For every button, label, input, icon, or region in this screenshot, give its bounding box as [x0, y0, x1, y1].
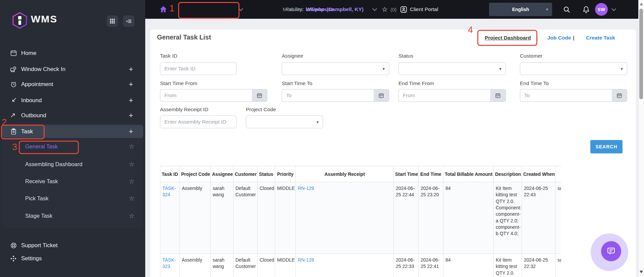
sidebar-item-outbound[interactable]: Outbound +: [0, 108, 145, 123]
start-time-to-field[interactable]: [282, 89, 389, 102]
avatar[interactable]: SW: [595, 3, 608, 16]
cell-status: Closed: [258, 254, 275, 277]
sidebar-item-pick-task[interactable]: Pick Task ☆: [0, 192, 145, 205]
customer-select[interactable]: ▾: [520, 62, 627, 75]
col-header-assembly-receipt[interactable]: Assembly Receipt: [296, 166, 394, 182]
expand-plus[interactable]: +: [129, 127, 133, 136]
sidebar-item-support-ticket[interactable]: Support Ticket: [0, 239, 145, 252]
table-row: TASK- 324 Assembly sarah wang Default Cu…: [160, 182, 561, 254]
facility-selector[interactable]: Facility: lollipop (Campbell, KY): [286, 0, 364, 19]
favorite-star-icon[interactable]: ☆: [129, 195, 135, 202]
cell-total-billable-amount: 84: [443, 182, 494, 254]
col-header-total-billable-amount[interactable]: Total Billable Amount: [443, 166, 494, 182]
page-title: General Task List: [157, 33, 211, 41]
customer-label: Customer: [520, 53, 542, 59]
cell-customer: Default Customer: [233, 254, 258, 277]
col-header-project-code[interactable]: Project Code: [180, 166, 211, 182]
search-button[interactable]: SEARCH: [590, 140, 623, 153]
annotation-number-3: 3: [12, 142, 17, 152]
scrollbar-down-arrow[interactable]: [640, 271, 643, 273]
end-time-to-field[interactable]: [520, 89, 627, 102]
col-header-assignee[interactable]: Assignee: [211, 166, 233, 182]
col-header-end-time[interactable]: End Time: [419, 166, 443, 182]
sidebar-item-label: Outbound: [21, 112, 46, 119]
assembly-receipt-id-label: Assembly Receipt ID: [160, 107, 208, 113]
expand-plus[interactable]: +: [129, 111, 133, 120]
end-time-from-field[interactable]: [398, 89, 506, 102]
language-selector[interactable]: English ▾: [489, 3, 552, 16]
collapse-menu-icon[interactable]: [123, 15, 135, 27]
sidebar-item-label: Home: [21, 50, 36, 57]
status-select[interactable]: ▾: [398, 62, 506, 75]
sidebar-subitem-label: Stage Task: [25, 213, 52, 219]
task-id-link[interactable]: TASK- 323: [162, 257, 176, 269]
expand-plus[interactable]: +: [129, 65, 133, 74]
modules-chevron-down-icon[interactable]: [239, 0, 243, 19]
apps-grid-icon[interactable]: [107, 15, 118, 27]
sidebar-item-window-check-in[interactable]: Window Check In +: [0, 62, 145, 77]
sidebar-subitem-label: Receive Task: [25, 178, 58, 185]
settings-icon: [10, 255, 17, 262]
col-header-start-time[interactable]: Start Time: [394, 166, 419, 182]
sidebar-subitem-label: Pick Task: [25, 195, 48, 202]
search-icon[interactable]: [563, 0, 571, 19]
sidebar-item-appointment[interactable]: Appointment +: [0, 77, 145, 92]
task-clipboard-icon: [10, 128, 17, 135]
sidebar-item-label: Appointment: [21, 81, 53, 88]
start-time-from-field[interactable]: [160, 89, 267, 102]
facility-chevron-down-icon[interactable]: [373, 0, 376, 19]
facility-label: Facility:: [286, 6, 304, 12]
assembly-receipt-link[interactable]: RN-128: [298, 257, 314, 263]
select-caret-icon: ▾: [621, 66, 623, 71]
col-header-customer[interactable]: Customer: [233, 166, 258, 182]
sidebar-item-inbound[interactable]: Inbound +: [0, 93, 145, 108]
project-code-select[interactable]: ▾: [246, 116, 323, 128]
col-header-status[interactable]: Status: [258, 166, 275, 182]
sidebar-item-home[interactable]: Home: [0, 46, 145, 61]
expand-plus[interactable]: +: [129, 96, 133, 105]
home-icon[interactable]: [159, 0, 168, 19]
task-id-input[interactable]: [160, 62, 236, 75]
cell-start-time: 2024-06- 25 22:33: [394, 254, 419, 277]
page-scrollbar-thumb[interactable]: [639, 9, 643, 99]
notifications-bell-icon[interactable]: [582, 0, 590, 19]
sidebar-item-task[interactable]: Task +: [0, 124, 145, 139]
sidebar-item-stage-task[interactable]: Stage Task ☆: [0, 209, 145, 222]
link-separator: |: [573, 35, 574, 41]
scrollbar-up-arrow[interactable]: [640, 3, 643, 5]
col-header-created-by[interactable]: Created By: [555, 166, 561, 182]
cell-assignee: sarah wang: [211, 254, 233, 277]
create-task-link[interactable]: Create Task: [586, 35, 615, 41]
favorites-star-icon[interactable]: ☆: [382, 0, 388, 19]
link-separator: |: [536, 35, 538, 41]
assembly-receipt-id-input[interactable]: [160, 116, 236, 128]
col-header-created-when[interactable]: Created When: [522, 166, 555, 182]
favorite-star-icon[interactable]: ☆: [129, 178, 135, 185]
favorite-star-icon[interactable]: ☆: [129, 212, 135, 220]
sidebar-item-assembling-dashboard[interactable]: Assembling Dashboard ☆: [0, 157, 145, 171]
client-portal-link[interactable]: Client Portal: [410, 0, 438, 19]
assembly-receipt-link[interactable]: RN-129: [298, 186, 314, 191]
col-header-description[interactable]: Description: [494, 166, 522, 182]
sidebar-item-general-task[interactable]: General Task ☆: [0, 140, 145, 153]
favorite-star-icon[interactable]: ☆: [129, 160, 135, 168]
job-code-link[interactable]: Job Code: [547, 35, 571, 41]
favorite-star-icon[interactable]: ☆: [129, 143, 135, 150]
task-id-link[interactable]: TASK- 324: [162, 186, 176, 197]
sidebar-item-settings[interactable]: Settings: [0, 252, 145, 265]
project-dashboard-link[interactable]: Project Dashboard: [485, 35, 531, 41]
assignee-select[interactable]: ▾: [282, 62, 389, 75]
facility-location: (Campbell, KY): [327, 6, 364, 12]
cell-total-billable-amount: 84: [443, 254, 494, 277]
col-header-priority[interactable]: Priority: [275, 166, 296, 182]
language-caret-icon: ▾: [546, 7, 548, 12]
user-menu-chevron-down-icon[interactable]: [612, 0, 615, 19]
sidebar-item-receive-task[interactable]: Receive Task ☆: [0, 175, 145, 188]
col-header-task-id[interactable]: Task ID: [160, 166, 180, 182]
chat-button[interactable]: [601, 241, 621, 261]
start-time-to-label: Start Time To: [282, 80, 312, 86]
end-time-to-label: End Time To: [520, 80, 549, 86]
expand-plus[interactable]: +: [129, 80, 133, 89]
client-portal-icon[interactable]: [400, 0, 408, 19]
cell-assignee: sarah wang: [211, 182, 233, 254]
